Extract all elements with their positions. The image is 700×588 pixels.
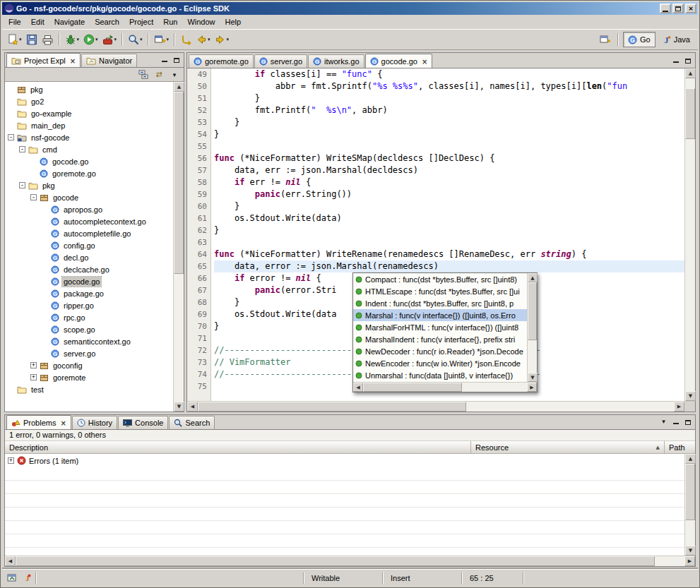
code-line[interactable]: fmt.Printf(" %s\n", abbr) [214, 104, 684, 116]
code-line[interactable] [214, 140, 684, 152]
scroll-thumb[interactable] [685, 88, 695, 139]
collapse-toggle[interactable]: - [8, 134, 14, 140]
tree-item[interactable]: Gdeclcache.go [5, 263, 173, 275]
editor-tab-server-go[interactable]: Gserver.go [254, 54, 307, 68]
dropdown-caret-icon[interactable]: ▾ [208, 37, 210, 42]
menu-window[interactable]: Window [182, 16, 220, 28]
tree-item[interactable]: go2 [5, 95, 173, 107]
code-line[interactable]: } [214, 128, 684, 140]
scroll-track[interactable] [528, 282, 537, 373]
maximize-view-button[interactable] [171, 56, 182, 66]
tree-item[interactable]: +goremote [5, 371, 173, 383]
code-line[interactable]: } [214, 200, 684, 212]
code-line[interactable]: abbr = fmt.Sprintf("%s %s%s", classes[i]… [214, 80, 684, 92]
search-button[interactable]: ▾ [126, 32, 145, 47]
tree-item[interactable]: Gdecl.go [5, 251, 173, 263]
expand-toggle[interactable]: + [30, 374, 37, 380]
code-line[interactable]: data, err := json.Marshal(decldescs) [214, 164, 684, 176]
tree-item[interactable]: Gautocompletecontext.go [5, 215, 173, 227]
scroll-down-icon[interactable]: ▼ [685, 391, 696, 401]
collapse-toggle[interactable]: - [30, 194, 37, 200]
scroll-left-icon[interactable]: ◀ [187, 402, 198, 412]
scroll-right-icon[interactable]: ▶ [674, 402, 684, 412]
titlebar[interactable]: Go - nsf-gocode/src/pkg/gocode/gocode.go… [2, 2, 698, 15]
autocomplete-item[interactable]: Indent : func(dst *bytes.Buffer, src []u… [353, 297, 527, 309]
minimize-editor-button[interactable] [670, 56, 681, 66]
scroll-right-icon[interactable]: ▶ [684, 556, 695, 566]
minimize-window-button[interactable] [660, 4, 671, 13]
code-line[interactable]: } [214, 92, 684, 104]
column-header-resource[interactable]: Resource▲ [471, 441, 665, 453]
minimize-view-button[interactable] [670, 418, 681, 428]
tree-item[interactable]: Gautocompletefile.go [5, 227, 173, 239]
tree-item[interactable]: Grpc.go [5, 311, 173, 323]
autocomplete-item[interactable]: MarshalForHTML : func(v interface{}) ([]… [353, 321, 527, 333]
autocomplete-item[interactable]: NewDecoder : func(r io.Reader) *json.Dec… [353, 345, 527, 357]
close-tab-icon[interactable]: × [70, 57, 76, 65]
link-with-editor-button[interactable]: ⇄ [153, 68, 165, 81]
autocomplete-item[interactable]: MarshalIndent : func(v interface{}, pref… [353, 333, 527, 345]
tree-item[interactable]: main_dep [5, 119, 173, 131]
scroll-down-icon[interactable]: ▼ [174, 402, 184, 412]
scroll-thumb[interactable] [174, 92, 184, 274]
autocomplete-scrollbar[interactable]: ▲ ▼ [527, 273, 537, 382]
back-button[interactable]: ▾ [194, 32, 213, 47]
dropdown-caret-icon[interactable]: ▾ [77, 37, 80, 42]
debug-button[interactable]: ▾ [63, 32, 82, 47]
code-line[interactable]: func (*NiceFormatter) WriteRename(rename… [214, 248, 684, 260]
open-perspective-button[interactable] [598, 32, 613, 47]
tree-item[interactable]: go-example [5, 107, 173, 119]
code-line[interactable]: func (*NiceFormatter) WriteSMap(decldesc… [214, 152, 684, 164]
tree-item[interactable]: Gripper.go [5, 299, 173, 311]
scroll-thumb[interactable] [685, 464, 695, 520]
scroll-thumb[interactable] [16, 556, 655, 566]
autocomplete-item[interactable]: Unmarshal : func(data []uint8, v interfa… [353, 369, 527, 381]
tree-item[interactable]: Gsemanticcontext.go [5, 335, 173, 347]
tree-item[interactable]: test [5, 383, 173, 395]
scroll-down-icon[interactable]: ▼ [528, 373, 538, 382]
code-line[interactable]: } [214, 224, 684, 236]
code-line[interactable]: if err != nil { [214, 176, 684, 188]
collapse-all-button[interactable] [137, 68, 150, 81]
scroll-track[interactable] [174, 92, 184, 402]
menu-navigate[interactable]: Navigate [49, 16, 90, 28]
scroll-track[interactable] [198, 402, 674, 412]
tree-item[interactable]: Gpackage.go [5, 287, 173, 299]
dropdown-caret-icon[interactable]: ▾ [167, 37, 170, 42]
menu-help[interactable]: Help [220, 16, 247, 28]
problems-scrollbar[interactable]: ▲ ▼ [684, 454, 695, 556]
scroll-left-icon[interactable]: ◀ [5, 556, 16, 566]
expand-toggle[interactable]: + [8, 457, 14, 464]
scroll-left-icon[interactable]: ◀ [353, 383, 363, 392]
tree-item[interactable]: -cmd [5, 143, 173, 155]
dropdown-caret-icon[interactable]: ▾ [19, 37, 22, 42]
editor-tab-itworks-go[interactable]: Gitworks.go [308, 54, 364, 68]
fast-view-button[interactable] [5, 572, 19, 584]
view-tab-search[interactable]: Search [169, 416, 215, 429]
code-area[interactable]: if classes[i] == "func" { abbr = fmt.Spr… [211, 68, 684, 401]
menu-project[interactable]: Project [124, 16, 158, 28]
tree-item[interactable]: -pkg [5, 179, 173, 191]
scroll-track[interactable] [16, 556, 684, 566]
scroll-up-icon[interactable]: ▲ [174, 82, 184, 92]
tree-item[interactable]: pkg [5, 83, 173, 95]
expand-toggle[interactable]: + [30, 362, 37, 368]
print-button[interactable] [40, 32, 56, 47]
code-line[interactable]: panic(err.String()) [214, 188, 684, 200]
scroll-thumb[interactable] [198, 402, 466, 412]
tree-item[interactable]: Ggocode.go [5, 155, 173, 167]
collapse-toggle[interactable]: - [19, 146, 25, 152]
tree-item[interactable]: Gscope.go [5, 323, 173, 335]
new-project-button[interactable]: ▾ [152, 32, 172, 47]
menu-edit[interactable]: Edit [26, 16, 49, 28]
maximize-editor-button[interactable] [682, 56, 693, 66]
java-status-button[interactable]: J [19, 572, 33, 584]
new-wizard-button[interactable]: ▾ [5, 32, 24, 47]
column-header-description[interactable]: Description [5, 441, 471, 453]
view-menu-button[interactable]: ▾ [658, 418, 669, 428]
problems-hscrollbar[interactable]: ◀ ▶ [5, 556, 695, 566]
menu-file[interactable]: File [4, 16, 26, 28]
tree-item[interactable]: Gserver.go [5, 347, 173, 359]
problems-row[interactable]: +Errors (1 item) [5, 454, 684, 467]
close-tab-icon[interactable]: × [60, 419, 66, 427]
